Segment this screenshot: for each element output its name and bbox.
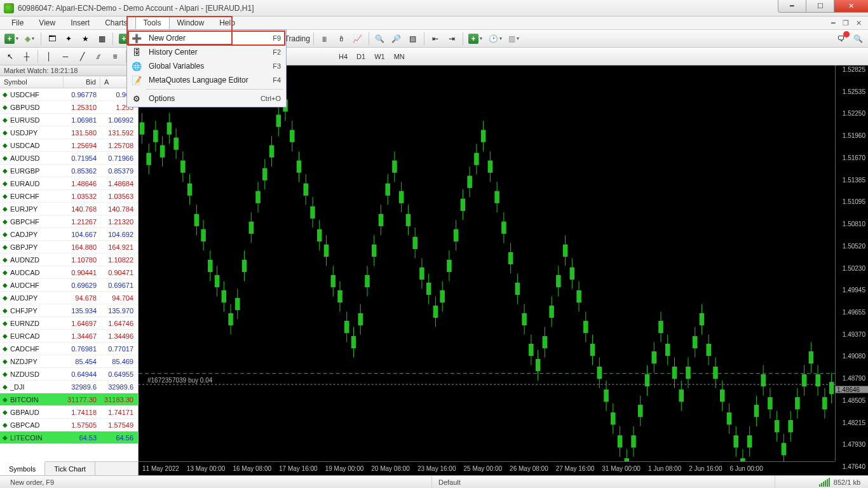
mw-ask: 1.74171 [100,409,137,416]
menu-help[interactable]: Help [212,17,243,29]
add-indicator-button[interactable]: ▾ [466,32,485,46]
svg-rect-3 [146,153,151,165]
menu-tools[interactable]: Tools [135,17,170,29]
timeframe-mn[interactable]: MN [390,51,409,62]
zoom-in-button[interactable]: 🔍 [372,32,388,46]
mw-header-symbol[interactable]: Symbol [0,76,64,88]
mw-tab-tick-chart[interactable]: Tick Chart [45,462,95,475]
data-window-toggle[interactable]: ★ [78,32,93,46]
svg-rect-167 [706,344,711,356]
mw-tab-symbols[interactable]: Symbols [0,461,45,475]
mql-community-icon[interactable]: 🗨 [834,32,849,46]
market-watch-row[interactable]: ◆AUDCHF0.696290.69671 [0,279,138,292]
new-chart-button[interactable]: ▾ [3,32,22,46]
navigator-toggle[interactable]: ✦ [61,32,76,46]
market-watch-row[interactable]: ◆USDCAD1.256941.25708 [0,139,138,152]
market-watch-row[interactable]: ◆EURJPY140.768140.784 [0,203,138,215]
maximize-button[interactable]: ☐ [806,0,834,13]
tools-menu-history-center[interactable]: 🗄History CenterF2 [128,45,285,59]
mw-bid: 1.34467 [64,332,100,340]
market-watch-row[interactable]: ◆AUDJPY94.67894.704 [0,292,138,304]
market-watch-row[interactable]: ◆NZDUSD0.649440.64955 [0,368,138,381]
market-watch-row[interactable]: ◆EURAUD1.486461.48684 [0,177,138,190]
market-watch-row[interactable]: ◆GBPUSD1.253101.253 [0,101,138,114]
market-watch-list[interactable]: ◆USDCHF0.967780.967◆GBPUSD1.253101.253◆E… [0,88,138,461]
indicators-button[interactable]: ⇥ [444,32,459,46]
market-watch-row[interactable]: ◆CHFJPY135.934135.970 [0,304,138,317]
crosshair-tool[interactable]: ┼ [19,50,34,64]
child-close-icon[interactable]: ✕ [854,18,863,27]
market-watch-row[interactable]: ◆EURCAD1.344671.34496 [0,330,138,342]
menu-window[interactable]: Window [170,17,212,29]
market-watch-row[interactable]: ◆USDJPY131.580131.592 [0,126,138,139]
market-watch-row[interactable]: ◆EURNZD1.646971.64746 [0,317,138,330]
market-watch-row[interactable]: ◆GBPCHF1.212671.21320 [0,215,138,228]
menu-item-label: Global Variables [149,62,266,71]
market-watch-row[interactable]: ◆AUDUSD0.719540.71966 [0,152,138,165]
timeframe-w1[interactable]: W1 [370,51,389,62]
timeframe-d1[interactable]: D1 [353,51,369,62]
menu-charts[interactable]: Charts [97,17,135,29]
shift-button[interactable]: ⇤ [428,32,443,46]
auto-scroll-button[interactable]: ▤ [405,32,421,46]
minimize-button[interactable]: ━ [778,0,806,13]
menu-view[interactable]: View [31,17,63,29]
market-watch-row[interactable]: ◆EURCHF1.035321.03563 [0,190,138,203]
mw-header-bid[interactable]: Bid [64,76,100,88]
terminal-toggle[interactable]: ▦ [94,32,109,46]
vertical-line-tool[interactable]: │ [41,50,57,64]
market-watch-row[interactable]: ◆GBPAUD1.741181.74171 [0,406,138,419]
profiles-button[interactable]: ◆▾ [23,32,37,46]
y-tick-label: 1.49655 [843,308,865,315]
candle-chart-button[interactable]: 🕯 [334,32,349,46]
chart-panel[interactable]: #1672357039 buy 0.04 1.528251.525351.522… [139,65,868,475]
child-restore-icon[interactable]: ❐ [841,18,850,27]
fibonacci-tool[interactable]: ≡ [107,50,123,64]
line-chart-button[interactable]: 📈 [350,32,365,46]
mw-symbol: AUDUSD [10,154,64,162]
tools-menu-options[interactable]: ⚙OptionsCtrl+O [128,92,285,105]
close-button[interactable]: ✕ [834,0,868,13]
market-watch-row[interactable]: ◆GBPCAD1.575051.57549 [0,419,138,431]
market-watch-row[interactable]: ◆EURGBP0.853620.85379 [0,165,138,177]
chart-canvas[interactable] [139,65,835,461]
status-profile[interactable]: Default [432,476,775,488]
market-watch-row[interactable]: ◆CADCHF0.769810.77017 [0,342,138,355]
bar-chart-button[interactable]: ⫼ [317,32,332,46]
mw-ask: 64.56 [100,434,137,442]
market-watch-row[interactable]: ◆LITECOIN64.5364.56 [0,431,138,444]
svg-rect-179 [747,435,752,447]
timeframe-h4[interactable]: H4 [335,51,351,62]
templates-button[interactable]: ▥▾ [506,32,522,46]
svg-rect-139 [611,412,616,424]
market-watch-row[interactable]: ◆AUDCAD0.904410.90471 [0,266,138,279]
direction-arrow-icon: ◆ [0,358,10,365]
market-watch-row[interactable]: ◆BITCOIN31177.3031183.30 [0,393,138,406]
market-watch-row[interactable]: ◆USDCHF0.967780.967 [0,88,138,101]
periodicity-button[interactable]: 🕑▾ [487,32,505,46]
market-watch-row[interactable]: ◆NZDJPY85.45485.469 [0,355,138,368]
child-minimize-icon[interactable]: ━ [829,18,837,27]
tools-menu-mql-editor[interactable]: 📝MetaQuotes Language EditorF4 [128,73,285,87]
mw-ask: 0.71966 [100,154,137,162]
mw-symbol: EURUSD [10,116,64,124]
mw-bid: 1.21267 [64,218,100,226]
menu-file[interactable]: File [4,17,31,29]
market-watch-row[interactable]: ◆GBPJPY164.880164.921 [0,241,138,254]
channel-tool[interactable]: ⫽ [91,50,106,64]
market-watch-row[interactable]: ◆CADJPY104.667104.692 [0,228,138,241]
market-watch-row[interactable]: ◆AUDNZD1.107801.10822 [0,254,138,266]
menu-insert[interactable]: Insert [63,17,97,29]
cursor-tool[interactable]: ↖ [3,50,18,64]
zoom-out-button[interactable]: 🔎 [389,32,404,46]
search-icon[interactable]: 🔍 [850,32,865,46]
tools-menu-new-order[interactable]: ➕New OrderF9 [128,31,285,45]
market-watch-toggle[interactable]: 🗔 [44,32,60,46]
mw-symbol: EURJPY [10,205,64,213]
horizontal-line-tool[interactable]: ─ [58,50,73,64]
connection-bars-icon [819,478,830,487]
market-watch-row[interactable]: ◆EURUSD1.069811.06992 [0,114,138,126]
trendline-tool[interactable]: ╱ [74,50,90,64]
market-watch-row[interactable]: ◆_DJI32989.632989.6 [0,381,138,393]
tools-menu-global-variables[interactable]: 🌐Global VariablesF3 [128,59,285,73]
